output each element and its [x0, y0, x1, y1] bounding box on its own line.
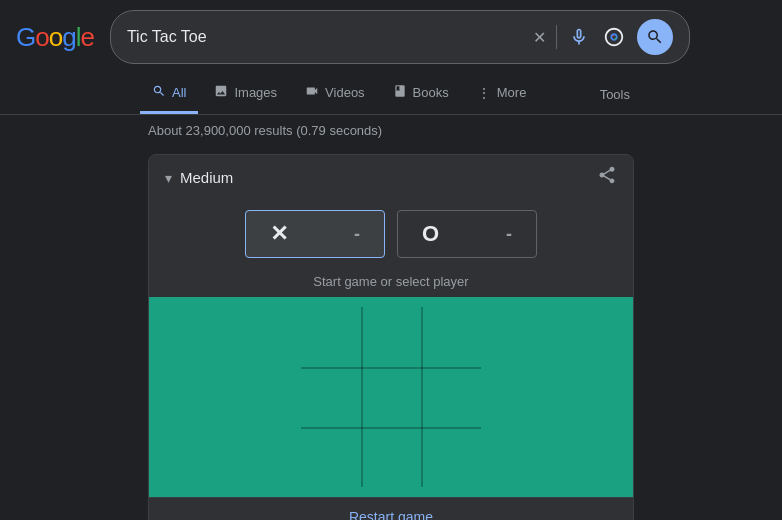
tab-books[interactable]: Books — [381, 74, 461, 114]
books-tab-icon — [393, 84, 407, 101]
mic-button[interactable] — [567, 25, 591, 49]
player-o-score: - — [506, 224, 512, 245]
results-count: About 23,900,000 results (0.79 seconds) — [148, 123, 382, 138]
game-prompt: Start game or select player — [149, 268, 633, 297]
logo-g: G — [16, 22, 35, 53]
tab-all-label: All — [172, 85, 186, 100]
search-bar: ✕ — [110, 10, 690, 64]
logo-e: e — [80, 22, 93, 53]
tab-more-label: More — [497, 85, 527, 100]
game-prompt-text: Start game or select player — [313, 274, 468, 289]
images-tab-icon — [214, 84, 228, 101]
divider — [556, 25, 557, 49]
difficulty-arrow[interactable]: ▾ — [165, 170, 172, 186]
grid-line-h2 — [301, 427, 481, 429]
videos-tab-icon — [305, 84, 319, 101]
game-board[interactable] — [149, 297, 633, 497]
grid-line-h1 — [301, 367, 481, 369]
clear-icon[interactable]: ✕ — [533, 28, 546, 47]
player-selector: ✕ - O - — [149, 200, 633, 268]
all-tab-icon — [152, 84, 166, 101]
player-x-button[interactable]: ✕ - — [245, 210, 385, 258]
difficulty-section: ▾ Medium — [165, 169, 233, 186]
restart-button[interactable]: Restart game — [349, 509, 433, 520]
results-info: About 23,900,000 results (0.79 seconds) — [0, 115, 782, 146]
game-card: ▾ Medium ✕ - O - Start game or select pl… — [148, 154, 634, 520]
google-logo[interactable]: Google — [16, 22, 94, 53]
search-submit-icon — [646, 28, 664, 46]
tab-videos-label: Videos — [325, 85, 365, 100]
lens-icon — [603, 26, 625, 48]
tab-images[interactable]: Images — [202, 74, 289, 114]
search-input[interactable] — [127, 28, 525, 46]
share-button[interactable] — [597, 165, 617, 190]
header: Google ✕ — [0, 0, 782, 74]
tab-videos[interactable]: Videos — [293, 74, 377, 114]
tab-more[interactable]: ⋮ More — [465, 75, 539, 114]
player-x-symbol: ✕ — [270, 221, 288, 247]
player-o-button[interactable]: O - — [397, 210, 537, 258]
difficulty-label: Medium — [180, 169, 233, 186]
search-button[interactable] — [637, 19, 673, 55]
logo-o2: o — [49, 22, 62, 53]
grid-line-v1 — [361, 307, 363, 487]
player-o-symbol: O — [422, 221, 439, 247]
tab-books-label: Books — [413, 85, 449, 100]
logo-g2: g — [62, 22, 75, 53]
search-icons: ✕ — [533, 19, 673, 55]
ttt-grid[interactable] — [301, 307, 481, 487]
share-icon — [597, 165, 617, 185]
game-header: ▾ Medium — [149, 155, 633, 200]
logo-o1: o — [35, 22, 48, 53]
tools-button[interactable]: Tools — [588, 77, 642, 112]
player-x-score: - — [354, 224, 360, 245]
lens-button[interactable] — [601, 24, 627, 50]
tab-all[interactable]: All — [140, 74, 198, 114]
tab-images-label: Images — [234, 85, 277, 100]
grid-line-v2 — [421, 307, 423, 487]
more-tab-icon: ⋮ — [477, 85, 491, 101]
restart-section: Restart game — [149, 497, 633, 520]
nav-tabs: All Images Videos Books ⋮ More Tools — [0, 74, 782, 115]
mic-icon — [569, 27, 589, 47]
